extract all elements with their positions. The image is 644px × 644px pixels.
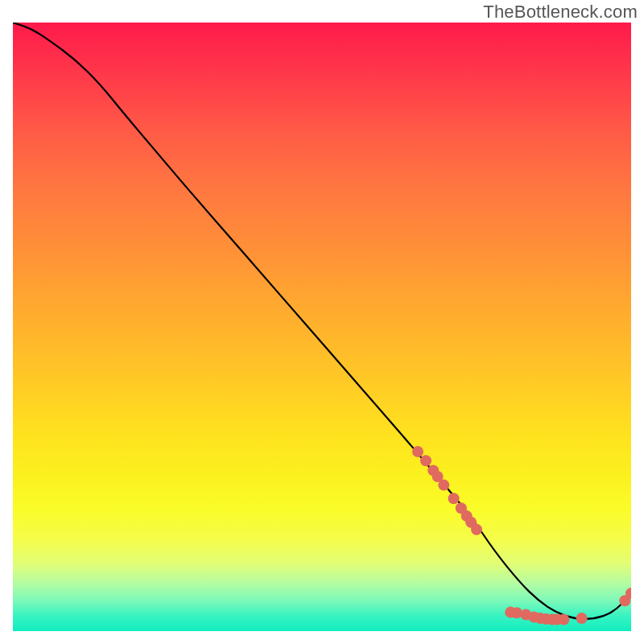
marker-dot: [471, 524, 482, 535]
chart-container: TheBottleneck.com: [0, 0, 644, 644]
marker-dot: [448, 493, 460, 504]
marker-dot: [576, 613, 588, 624]
marker-group: [412, 446, 631, 625]
plot-area: [13, 23, 631, 631]
marker-dot: [412, 446, 423, 457]
marker-dot: [420, 455, 431, 466]
marker-dot: [438, 480, 449, 491]
chart-overlay: [13, 23, 631, 631]
attribution-label: TheBottleneck.com: [483, 2, 638, 23]
marker-dot: [558, 614, 569, 625]
curve-line: [13, 23, 631, 619]
